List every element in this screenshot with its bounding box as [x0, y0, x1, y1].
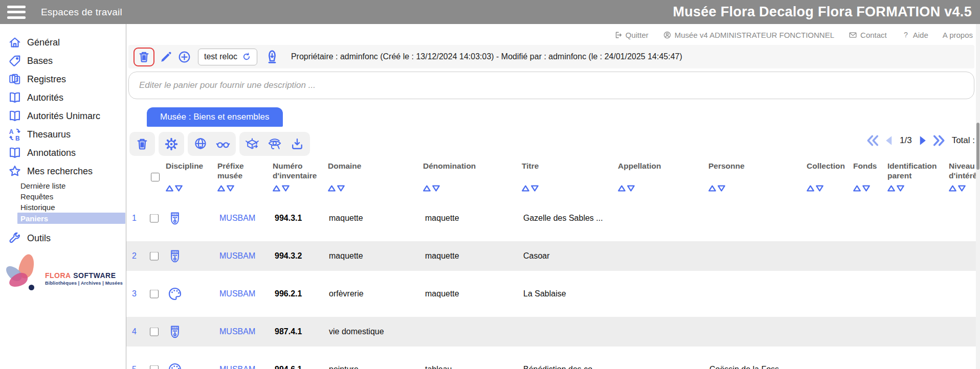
sort-control[interactable] — [217, 185, 254, 192]
eye-of-horus-icon[interactable] — [268, 137, 282, 151]
sort-desc-icon — [897, 185, 904, 192]
current-user[interactable]: Musée v4 ADMINISTRATEUR FONCTIONNEL — [663, 31, 834, 39]
domaine-value: peinture — [329, 365, 359, 369]
mask-icon — [167, 324, 183, 339]
domaine-value: vie domestique — [329, 327, 384, 336]
sort-desc-icon — [816, 185, 823, 192]
basket-name: test reloc — [204, 52, 237, 61]
about-link[interactable]: A propos — [943, 31, 973, 39]
vertical-scrollbar[interactable] — [976, 24, 980, 369]
row-number-link[interactable]: 4 — [132, 327, 137, 336]
help-link[interactable]: Aide — [901, 31, 928, 39]
row-number-link[interactable]: 1 — [132, 214, 137, 223]
titre-value: Gazelle des Sables ... — [523, 214, 603, 223]
hamburger-menu-icon[interactable] — [7, 6, 26, 19]
mask-icon — [167, 248, 183, 264]
sort-desc-icon — [282, 185, 289, 192]
sort-control[interactable] — [328, 185, 384, 192]
sidebar-item-registres[interactable]: Registres — [0, 70, 126, 88]
sidebar-subitem-derniere-liste[interactable]: Dernière liste — [0, 180, 126, 191]
sidebar-item-mes-recherches[interactable]: Mes recherches — [0, 162, 126, 180]
sort-control[interactable] — [708, 185, 760, 192]
row-checkbox[interactable] — [150, 328, 159, 336]
sidebar-item-bases[interactable]: Bases — [0, 52, 126, 70]
row-checkbox[interactable] — [150, 214, 159, 223]
sidebar-item-label: Autorités — [27, 93, 63, 103]
sidebar-item-autorites-unimarc[interactable]: Autorités Unimarc — [0, 107, 126, 125]
previous-page-icon[interactable] — [882, 133, 896, 148]
prefixe-musee-link[interactable]: MUSBAM — [219, 365, 255, 369]
sidebar-item-autorites[interactable]: Autorités — [0, 88, 126, 107]
select-all-checkbox[interactable] — [151, 173, 160, 181]
sort-asc-icon — [328, 185, 336, 192]
sort-control[interactable] — [853, 185, 880, 192]
prefixe-musee-link[interactable]: MUSBAM — [219, 327, 255, 336]
tab-musee-biens-et-ensembles[interactable]: Musée : Biens et ensembles — [147, 107, 283, 127]
numero-inventaire: 994.3.1 — [275, 214, 302, 223]
prefixe-musee-link[interactable]: MUSBAM — [219, 251, 255, 261]
last-page-icon[interactable] — [932, 133, 946, 148]
sidebar-item-label: Outils — [27, 233, 51, 244]
numero-inventaire: 987.4.1 — [275, 327, 302, 336]
sort-control[interactable] — [273, 185, 323, 192]
sidebar-item-general[interactable]: Général — [0, 33, 126, 52]
row-number-link[interactable]: 5 — [132, 365, 137, 369]
column-header: Numéro d'inventaire — [273, 162, 323, 180]
contact-link[interactable]: Contact — [849, 31, 887, 39]
settings-button[interactable] — [159, 132, 184, 156]
sort-control[interactable] — [807, 185, 853, 192]
row-checkbox[interactable] — [150, 365, 159, 369]
edit-basket-button[interactable] — [159, 50, 173, 64]
sort-asc-icon — [522, 185, 529, 192]
glasses-icon[interactable] — [216, 137, 230, 151]
sort-control[interactable] — [423, 185, 489, 192]
sort-desc-icon — [432, 185, 440, 192]
delete-basket-button-highlighted[interactable] — [133, 48, 154, 66]
row-checkbox[interactable] — [150, 252, 159, 261]
prefixe-musee-link[interactable]: MUSBAM — [219, 214, 255, 223]
palette-icon — [167, 362, 183, 369]
sidebar-item-label: Général — [27, 37, 60, 48]
sidebar-item-thesaurus[interactable]: Thesaurus — [0, 125, 126, 144]
basket-selector[interactable]: test reloc — [198, 49, 257, 65]
row-number-link[interactable]: 2 — [132, 251, 137, 261]
quit-link[interactable]: Quitter — [614, 31, 649, 39]
scrollbar-thumb[interactable] — [976, 123, 979, 170]
sort-desc-icon — [718, 185, 725, 192]
sort-control[interactable] — [949, 185, 980, 192]
column-header: Niveau d'intérêt — [949, 162, 980, 180]
sort-control[interactable] — [522, 185, 563, 192]
sidebar-subitem-paniers[interactable]: Paniers — [17, 213, 125, 224]
table-row: 1 MUSBAM 994.3.1 maquette maquette Gazel… — [126, 199, 980, 237]
domaine-value: maquette — [329, 214, 363, 223]
row-number-link[interactable]: 3 — [132, 289, 137, 298]
next-page-icon[interactable] — [916, 133, 930, 148]
basket-owner-icon[interactable] — [264, 49, 280, 65]
add-basket-button[interactable] — [177, 50, 191, 64]
basket-description-input[interactable] — [128, 72, 974, 99]
sidebar-subitem-historique[interactable]: Historique — [0, 202, 126, 213]
sort-desc-icon — [175, 185, 183, 192]
sidebar-subitem-requetes[interactable]: Requêtes — [0, 191, 126, 202]
sidebar-item-outils[interactable]: Outils — [0, 229, 126, 247]
prefixe-musee-link[interactable]: MUSBAM — [219, 289, 255, 298]
box-export-icon[interactable] — [245, 137, 259, 151]
row-checkbox[interactable] — [150, 290, 159, 298]
first-page-icon[interactable] — [865, 133, 880, 148]
sort-asc-icon — [949, 185, 956, 192]
download-icon[interactable] — [290, 137, 304, 151]
workspace-label[interactable]: Espaces de travail — [41, 7, 122, 18]
delete-items-button[interactable] — [129, 132, 155, 156]
sort-desc-icon — [627, 185, 635, 192]
sort-control[interactable] — [618, 185, 674, 192]
globe-upload-icon[interactable] — [193, 137, 208, 151]
sort-control[interactable] — [166, 185, 213, 192]
sidebar-item-annotations[interactable]: Annotations — [0, 144, 126, 162]
home-icon — [8, 36, 21, 49]
basket-owner-info: Propriétaire : adminfonc (Créé le : 13/1… — [291, 52, 682, 61]
sort-control[interactable] — [887, 185, 942, 192]
table-row: 5 MUSBAM 994.6.1 peinture tableau Bénédi… — [126, 351, 980, 369]
sort-desc-icon — [531, 185, 539, 192]
column-header: Préfixe musée — [217, 162, 254, 180]
titre-value: La Sablaise — [523, 289, 566, 298]
